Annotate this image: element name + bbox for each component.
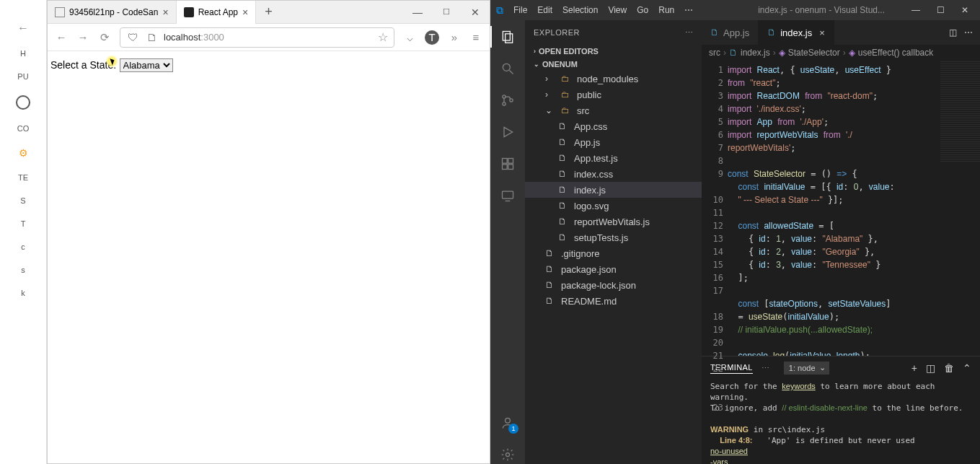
file-item[interactable]: 🗋App.test.js [525,150,702,166]
folder-item[interactable]: ⌄🗀src [525,102,702,118]
close-icon[interactable]: × [242,6,248,18]
project-section[interactable]: ⌄ONENUM [525,58,702,71]
kill-terminal-icon[interactable]: 🗑 [944,362,954,374]
file-icon: 🗋 [545,296,557,306]
open-editors-section[interactable]: ›OPEN EDITORS [525,45,702,58]
background-page-strip: ← H PU CO ⚙ TE S T c s k [0,0,47,464]
file-icon: 🗋 [545,280,557,290]
nav-back-icon[interactable]: ← [55,31,68,43]
folder-icon: 🗀 [561,105,573,115]
file-item[interactable]: 🗋logo.svg [525,198,702,214]
svg-marker-7 [504,127,513,136]
close-icon[interactable]: × [162,6,168,18]
remote-icon[interactable] [498,186,517,205]
search-icon[interactable] [498,59,517,78]
tab-label: React App [198,7,238,17]
pocket-icon[interactable]: ⌵ [403,31,416,44]
minimap[interactable] [940,61,980,162]
file-item[interactable]: 🗋.gitignore [525,245,702,261]
code-editor[interactable]: import React, { useState, useEffect } fr… [728,61,940,356]
extensions-icon[interactable] [498,154,517,173]
svg-point-5 [503,102,506,105]
maximize-button[interactable]: ☐ [432,1,461,24]
terminal-panel: TERMINAL ⋯ 1: node + ◫ 🗑 ⌃ Search for th… [702,356,980,464]
close-button[interactable]: ✕ [461,1,490,24]
run-debug-icon[interactable] [498,123,517,141]
explorer-sidebar: EXPLORER ⋯ ›OPEN EDITORS ⌄ONENUM ›🗀node_… [525,20,702,464]
maximize-panel-icon[interactable]: ⌃ [963,362,971,374]
file-icon: 🗋 [545,264,557,274]
tab-label: 93456l21np - CodeSan [69,7,158,17]
browser-tab[interactable]: React App × [177,1,257,24]
menu-selection[interactable]: Selection [562,5,598,15]
terminal-output[interactable]: Search for the keywords to learn more ab… [702,380,980,464]
browser-tab[interactable]: 93456l21np - CodeSan × [48,1,177,24]
overflow-icon[interactable]: » [448,31,461,43]
chevron-icon: › [545,89,557,100]
maximize-button[interactable]: ☐ [931,5,950,15]
item-label: App.css [574,121,607,132]
menu-run[interactable]: Run [658,5,674,15]
state-select[interactable]: Alabama [120,58,173,72]
menu-edit[interactable]: Edit [537,5,552,15]
settings-gear-icon[interactable] [498,445,517,464]
folder-item[interactable]: ›🗀public [525,87,702,102]
file-item[interactable]: 🗋package.json [525,261,702,277]
bookmark-icon[interactable]: ☆ [378,30,388,44]
close-button[interactable]: ✕ [955,5,974,15]
close-icon[interactable]: × [819,27,825,38]
minimize-button[interactable]: — [906,5,925,15]
menu-icon[interactable]: ≡ [469,31,482,43]
file-item[interactable]: 🗋App.js [525,134,702,150]
file-item[interactable]: 🗋reportWebVitals.js [525,214,702,229]
account-icon[interactable]: T [425,30,439,45]
folder-item[interactable]: ›🗀node_modules [525,71,702,87]
activity-bar: 1 [490,20,525,464]
file-item[interactable]: 🗋App.css [525,118,702,134]
explorer-icon[interactable] [498,27,517,46]
item-label: setupTests.js [574,232,628,243]
breadcrumb[interactable]: src› 🗋index.js› ◈StateSelector› ◈useEffe… [702,45,980,61]
editor-more-icon[interactable]: ⋯ [964,27,973,38]
split-editor-icon[interactable]: ◫ [949,27,957,38]
strip-label: CO [17,124,30,133]
file-icon: 🗋 [558,121,570,131]
split-terminal-icon[interactable]: ◫ [926,362,935,374]
file-item[interactable]: 🗋index.js [525,182,702,198]
menu-go[interactable]: Go [637,5,648,15]
file-item[interactable]: 🗋setupTests.js [525,229,702,245]
menu-view[interactable]: View [608,5,627,15]
reload-icon[interactable]: ⟳ [98,31,111,44]
gear-icon[interactable]: ⚙ [19,147,28,159]
url-text: localhost:3000 [164,32,224,43]
lock-icon: 🗋 [145,31,158,43]
file-item[interactable]: 🗋package-lock.json [525,277,702,293]
strip-label: TE [18,173,28,182]
new-terminal-icon[interactable]: + [911,362,917,374]
url-bar[interactable]: 🛡 🗋 localhost:3000 ☆ [120,27,394,48]
new-tab-button[interactable]: + [256,4,281,19]
terminal-select[interactable]: 1: node [784,362,829,375]
panel-more-icon[interactable]: ⋯ [762,364,769,373]
item-label: reportWebVitals.js [574,216,650,227]
menu-overflow-icon[interactable]: ⋯ [684,5,693,15]
editor-tab[interactable]: 🗋index.js× [759,20,834,45]
back-arrow-icon[interactable]: ← [17,22,29,35]
source-control-icon[interactable] [498,91,517,110]
minimize-button[interactable]: — [403,1,432,24]
menu-file[interactable]: File [513,5,527,15]
vscode-logo-icon: ⧉ [496,4,503,17]
file-icon: 🗋 [558,201,570,211]
js-file-icon: 🗋 [710,27,719,38]
editor-tab[interactable]: 🗋App.js [702,20,759,45]
explorer-more-icon[interactable]: ⋯ [685,28,694,38]
file-item[interactable]: 🗋index.css [525,166,702,182]
item-label: App.test.js [574,153,618,164]
nav-forward-icon[interactable]: → [76,31,89,43]
browser-navbar: ← → ⟳ 🛡 🗋 localhost:3000 ☆ ⌵ T » ≡ [48,24,490,51]
accounts-icon[interactable]: 1 [498,413,517,432]
file-item[interactable]: 🗋README.md [525,293,702,309]
item-label: src [577,105,589,116]
item-label: index.js [574,185,606,196]
vscode-titlebar: ⧉ File Edit Selection View Go Run ⋯ inde… [490,0,980,20]
